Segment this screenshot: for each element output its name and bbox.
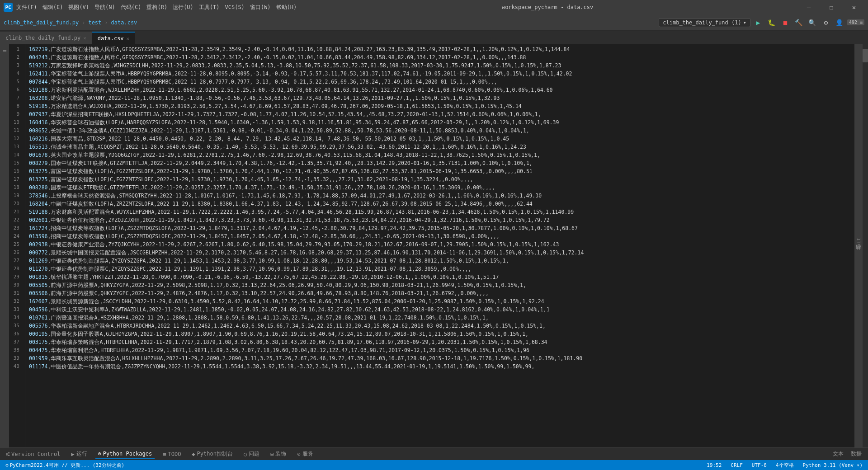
stop-button[interactable]: ■ bbox=[779, 17, 791, 28]
menu-run[interactable]: 运行(U) bbox=[173, 4, 193, 11]
status-charset[interactable]: UTF-8 bbox=[750, 462, 769, 468]
editor-line-10: 160416,华安标普全球石油指数(LOF)A,HABPQQSYZSLOFA,2… bbox=[29, 118, 851, 127]
editor-line-24: 013596,招商中证煤炭等权指数(LOF)C,ZSZZМTDQZSLOFC,2… bbox=[29, 232, 851, 240]
tab-fund-py[interactable]: climb_the_daily_fund.py ✕ bbox=[0, 32, 92, 44]
status-indent[interactable]: 4个空格 bbox=[774, 462, 796, 469]
line-rest: ,富国中证煤炭指数(LOF)C,FGZZМTZSLOFC,2022-11-29,… bbox=[48, 175, 473, 183]
line-number-7: 7 bbox=[9, 94, 22, 102]
line-number-39: 39 bbox=[9, 354, 22, 362]
fund-code: 010761 bbox=[29, 314, 48, 322]
menu-file[interactable]: 文件(F) bbox=[16, 4, 37, 11]
close-button[interactable]: ✕ bbox=[844, 0, 864, 14]
run-button[interactable]: ▶ bbox=[752, 17, 764, 28]
editor-line-19: 378546,上投摩根全球天然资源混合,STMGQQTRZYHH,2022-11… bbox=[29, 192, 851, 200]
menu-window[interactable]: 窗口(W) bbox=[250, 4, 271, 11]
python-console-icon: ◆ bbox=[192, 451, 195, 457]
panel-tab-python-console[interactable]: ◆ Python控制台 bbox=[189, 449, 236, 459]
search-button[interactable]: 🔍 bbox=[807, 17, 818, 28]
maximize-button[interactable]: ❐ bbox=[821, 0, 842, 14]
sidebar-bookmark-icon[interactable]: ☰ bbox=[0, 46, 9, 54]
tab-fund-py-label: climb_the_daily_fund.py bbox=[5, 35, 80, 41]
fund-code: 001815 bbox=[29, 273, 48, 281]
panel-tab-todo[interactable]: ≡ TODO bbox=[160, 450, 184, 458]
editor-content[interactable]: 162719,广发道琼斯石油指数人民币A,GFDQSSYZSRMBA,2022-… bbox=[25, 44, 854, 447]
editor-line-13: 165513,信诚全球商品主题,XCQQSPZT,2022-11-28,0.56… bbox=[29, 143, 851, 151]
panel-tab-services[interactable]: ⊙ 服务 bbox=[294, 449, 316, 459]
line-rest: ,华泰柏瑞新金融地产混合A,HTBRXJRDCHHA,2022-11-29,1.… bbox=[48, 322, 546, 330]
toolbar: climb_the_daily_fund.py › test › data.cs… bbox=[0, 14, 868, 31]
panel-tab-issues[interactable]: ○ 问题 bbox=[241, 449, 262, 459]
version-control-label: Version Control bbox=[11, 451, 60, 457]
fund-code: 011269 bbox=[29, 257, 48, 265]
status-line-ending[interactable]: CRLF bbox=[729, 462, 745, 468]
issues-label: 问题 bbox=[249, 450, 259, 458]
status-pycharm-version[interactable]: ⚙ PyCharm2022.4可用 // 更新... (32分钟之前) bbox=[4, 462, 126, 469]
line-number-26: 26 bbox=[9, 249, 22, 257]
line-number-13: 13 bbox=[9, 143, 22, 151]
run-config-selector[interactable]: climb_the_daily_fund (1) ▾ bbox=[659, 18, 750, 27]
menu-refactor[interactable]: 重构(R) bbox=[146, 4, 167, 11]
panel-tab-python-packages[interactable]: ⊙ Python Packages bbox=[95, 450, 155, 459]
fund-code: 002938 bbox=[29, 240, 48, 249]
run-label: 运行 bbox=[76, 450, 87, 458]
editor-line-32: 162607,景顺长城资源新混合,JSCCYLDHH,2022-11-29,0.… bbox=[29, 297, 851, 306]
line-rest: ,华泰柏瑞多策略混合A,HTBRDCLHHA,2022-11-29,1.7717… bbox=[48, 338, 547, 346]
editor-line-28: 011270,中银证券优势制造股票C,ZYZQYSZZGPC,2022-11-2… bbox=[29, 265, 851, 273]
line-number-38: 38 bbox=[9, 346, 22, 354]
fund-code: 008652 bbox=[29, 127, 48, 135]
time-label: 19:52 bbox=[707, 462, 722, 468]
line-rest: ,前海开源中药股票A,QHKYZYGPA,2022-11-29,2.5098,2… bbox=[48, 281, 526, 289]
tab-data-csv-close[interactable]: ✕ bbox=[127, 36, 130, 42]
git-panel-label[interactable]: Git bbox=[855, 234, 863, 250]
breadcrumb-sep-1: › bbox=[80, 19, 86, 26]
fund-code: 011270 bbox=[29, 265, 48, 273]
debug-button[interactable]: 🐛 bbox=[766, 17, 778, 28]
editor-line-23: 161724,招商中证煤炭等权指数(LOF)A,ZSZZМTDQZSLOFA,2… bbox=[29, 224, 851, 232]
profile-button[interactable]: 👤 bbox=[834, 17, 845, 28]
fund-code: 005505 bbox=[29, 281, 48, 289]
menu-help[interactable]: 帮助(H) bbox=[276, 4, 297, 11]
tab-data-csv[interactable]: data.csv ✕ bbox=[92, 32, 135, 44]
line-number-16: 16 bbox=[9, 167, 22, 175]
menu-nav[interactable]: 导航(N) bbox=[94, 4, 115, 11]
bottom-tab-text[interactable]: 文本 bbox=[830, 449, 846, 459]
breadcrumb-datacsv[interactable]: data.csv bbox=[111, 19, 137, 26]
title-bar-left: PC 文件(F) 编辑(E) 视图(V) 导航(N) 代码(C) 重构(R) 运… bbox=[4, 3, 297, 12]
tab-fund-py-close[interactable]: ✕ bbox=[83, 35, 86, 41]
line-number-37: 37 bbox=[9, 338, 22, 346]
menu-view[interactable]: 视图(V) bbox=[68, 4, 89, 11]
menu-code[interactable]: 代码(C) bbox=[121, 4, 142, 11]
line-number-14: 14 bbox=[9, 151, 22, 159]
menu-vcs[interactable]: VCS(S) bbox=[225, 4, 245, 10]
editor-line-22: 002601,中银证券价值精选混合,ZYZQJZJXHH,2022-11-29,… bbox=[29, 216, 851, 224]
line-number-3: 3 bbox=[9, 61, 22, 70]
panel-tab-version-control[interactable]: ⑆ Version Control bbox=[4, 450, 63, 458]
menu-tools[interactable]: 工具(T) bbox=[199, 4, 220, 11]
fund-code: 000772 bbox=[29, 249, 48, 257]
bottom-tab-data[interactable]: 数据 bbox=[848, 449, 864, 459]
editor-line-16: 013275,富国中证煤炭指数(LOF)A,FGZZМTZSLOFA,2022-… bbox=[29, 167, 851, 175]
structure-panel-label[interactable]: 结构 bbox=[854, 250, 863, 258]
app-icon: PC bbox=[4, 3, 13, 12]
breadcrumb-test[interactable]: test bbox=[88, 19, 101, 26]
panel-tab-build[interactable]: ⊞ 装饰 bbox=[268, 449, 289, 459]
menu-edit[interactable]: 编辑(E) bbox=[42, 4, 63, 11]
scroll-indicator[interactable] bbox=[863, 44, 868, 447]
line-rest: ,国泰中证煤炭ETF联接A,GTZZМTETFLJA,2022-11-29,2.… bbox=[48, 159, 533, 167]
editor-line-1: 162719,广发道琼斯石油指数人民币A,GFDQSSYZSRMBA,2022-… bbox=[29, 45, 851, 53]
status-time[interactable]: 19:52 bbox=[705, 462, 723, 468]
todo-label: TODO bbox=[168, 451, 181, 457]
editor-line-8: 519185,万家精选混合A,WJJXHHA,2022-11-29,1.5730… bbox=[29, 102, 851, 110]
fund-code: 519185 bbox=[29, 102, 48, 110]
line-rest: ,中银证券价值精选混合,ZYZQJZJXHH,2022-11-29,1.8427… bbox=[48, 216, 550, 224]
status-python-version[interactable]: Python 3.11 (Venv ▾) bbox=[801, 462, 864, 468]
line-number-17: 17 bbox=[9, 175, 22, 183]
breadcrumb-file[interactable]: climb_the_daily_fund.py bbox=[4, 19, 79, 26]
panel-tab-run[interactable]: ▶ 运行 bbox=[68, 449, 90, 459]
pycharm-version-label: PyCharm2022.4可用 // 更新... (32分钟之前) bbox=[10, 462, 125, 469]
minimize-button[interactable]: — bbox=[798, 0, 819, 14]
settings-button[interactable]: ⚙ bbox=[820, 17, 832, 28]
line-number-24: 24 bbox=[9, 232, 22, 240]
build-button[interactable]: 🔨 bbox=[793, 17, 805, 28]
line-count-badge: 492 ≡ bbox=[847, 19, 864, 25]
